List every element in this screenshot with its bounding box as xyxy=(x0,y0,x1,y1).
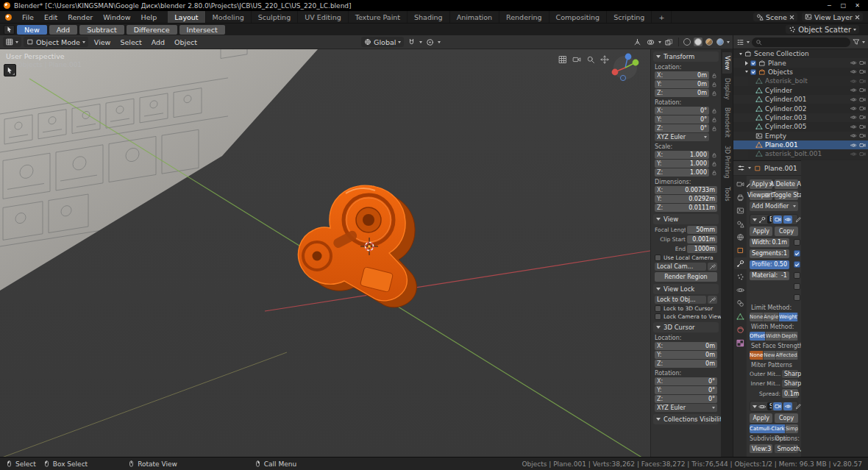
render-visibility-camera-icon[interactable] xyxy=(859,124,866,130)
bevel-apply-button[interactable]: Apply xyxy=(750,227,772,236)
cursor-rotation-y-field[interactable]: Y:0° xyxy=(655,386,717,394)
collection-exclude-checkbox[interactable] xyxy=(750,60,756,66)
cursor-location-x-field[interactable]: X:0m xyxy=(655,342,717,350)
menu-help[interactable]: Help xyxy=(136,11,163,23)
only-vertices-row[interactable]: Only Vertices xyxy=(794,239,801,246)
overlays-chevron-icon[interactable] xyxy=(658,41,661,43)
pan-view-icon[interactable] xyxy=(600,55,609,64)
clip-end-field[interactable]: 1000m xyxy=(687,245,717,253)
lock-icon[interactable] xyxy=(711,90,717,96)
tab-view-layer-properties[interactable] xyxy=(734,204,747,216)
add-workspace-button[interactable]: + xyxy=(652,11,672,23)
maximize-button[interactable]: □ xyxy=(836,0,850,11)
app-menu-button[interactable] xyxy=(0,11,17,23)
view-lock-panel-header[interactable]: View Lock xyxy=(653,284,719,294)
bevel-copy-button[interactable]: Copy xyxy=(775,227,797,236)
filter-chevron-icon[interactable] xyxy=(862,41,865,43)
render-visibility-camera-icon[interactable] xyxy=(859,96,866,103)
menu-window[interactable]: Window xyxy=(98,11,135,23)
editor-type-button[interactable] xyxy=(3,37,21,47)
render-visibility-camera-icon[interactable] xyxy=(859,142,866,149)
outliner-search-input[interactable] xyxy=(752,38,850,47)
tab-constraint-properties[interactable] xyxy=(734,297,747,309)
proportional-edit-toggle[interactable] xyxy=(424,37,435,47)
workspace-tab-rendering[interactable]: Rendering xyxy=(499,11,549,23)
scale-z-field[interactable]: Z:1.000 xyxy=(655,168,709,177)
lock-to-3d-cursor-checkbox[interactable] xyxy=(655,305,661,312)
dimensions-x-field[interactable]: X:0.00733m xyxy=(655,186,717,194)
limit-none-button[interactable]: None xyxy=(750,313,764,321)
tab-output-properties[interactable] xyxy=(734,191,747,203)
width-width-button[interactable]: Width xyxy=(766,332,781,341)
camera-view-icon[interactable] xyxy=(572,55,581,64)
render-visibility-camera-icon[interactable] xyxy=(859,151,866,157)
transform-orientation-dropdown[interactable]: Global xyxy=(361,37,404,47)
outliner-row-scene-collection[interactable]: Scene Collection xyxy=(733,49,868,58)
outliner-row-asterisk-bolt[interactable]: Asterisk_bolt xyxy=(733,76,868,85)
render-visibility-camera-icon[interactable] xyxy=(859,68,866,75)
view-panel-header[interactable]: View xyxy=(653,214,719,224)
rotation-y-field[interactable]: Y:0° xyxy=(655,115,709,124)
sidebar-tab-blenderkit[interactable]: Blenderkit xyxy=(722,104,732,141)
inner-miter-dropdown[interactable]: Sharp xyxy=(782,380,798,388)
bevel-material-field[interactable]: Material:-1 xyxy=(750,271,789,280)
workspace-tab-sculpting[interactable]: Sculpting xyxy=(252,11,298,23)
filter-funnel-icon[interactable] xyxy=(853,38,860,46)
eyedropper-icon[interactable] xyxy=(708,263,717,271)
outliner-row-plane-collection[interactable]: Plane xyxy=(733,58,868,67)
workspace-tab-texture-paint[interactable]: Texture Paint xyxy=(349,11,408,23)
shading-wireframe-button[interactable] xyxy=(683,38,691,46)
boolean-add-button[interactable]: Add xyxy=(49,25,77,35)
hide-eye-icon[interactable] xyxy=(850,132,857,139)
object-scatter-tool[interactable]: Object Scatter xyxy=(786,25,859,34)
outliner-row-plane-001[interactable]: Plane.001 xyxy=(733,140,868,149)
lock-to-3d-cursor-row[interactable]: Lock to 3D Cursor xyxy=(655,305,717,312)
show-overlays-toggle[interactable] xyxy=(645,37,656,47)
active-tool-button[interactable] xyxy=(4,25,15,35)
hide-eye-icon[interactable] xyxy=(850,114,857,121)
tab-physics-properties[interactable] xyxy=(734,284,747,296)
select-box-tool-button[interactable] xyxy=(4,64,16,76)
rotation-x-field[interactable]: X:0° xyxy=(655,107,709,115)
outliner-row-objects-collection[interactable]: Objects xyxy=(733,68,868,76)
model-plane-001[interactable] xyxy=(298,185,416,307)
tab-object-data-properties[interactable] xyxy=(734,310,747,322)
render-visibility-camera-icon[interactable] xyxy=(859,78,866,85)
menu-render[interactable]: Render xyxy=(63,11,98,23)
lock-icon[interactable] xyxy=(711,82,717,88)
hide-eye-icon[interactable] xyxy=(850,105,857,112)
tab-scene-properties[interactable] xyxy=(734,218,747,229)
show-gizmo-toggle[interactable] xyxy=(632,37,643,47)
tab-particle-properties[interactable] xyxy=(734,271,747,282)
tab-object-properties[interactable] xyxy=(734,244,747,256)
snap-settings-chevron-icon[interactable] xyxy=(419,41,422,43)
mark-seams-row[interactable]: Mark Seams xyxy=(794,272,801,279)
scale-y-field[interactable]: Y:1.000 xyxy=(655,160,709,168)
add-modifier-dropdown[interactable]: Add Modifier xyxy=(750,202,798,211)
toggle-stack-button[interactable]: Toggle Stack xyxy=(775,191,797,200)
bevel-segments-field[interactable]: Segments:1 xyxy=(750,249,789,258)
mode-dropdown[interactable]: Object Mode xyxy=(24,37,88,47)
workspace-tab-scripting[interactable]: Scripting xyxy=(607,11,652,23)
render-region-button[interactable]: Render Region xyxy=(655,272,717,282)
lock-icon[interactable] xyxy=(711,126,717,132)
collapse-triangle-icon[interactable] xyxy=(753,405,757,408)
lock-icon[interactable] xyxy=(711,108,717,114)
outliner-row-cylinder-001[interactable]: Cylinder.001 xyxy=(733,95,868,104)
shading-rendered-button[interactable] xyxy=(716,38,725,46)
use-local-camera-row[interactable]: Use Local Camera xyxy=(655,254,717,261)
clamp-overlap-row[interactable]: Clamp Overlap xyxy=(794,250,801,257)
mark-sharp-row[interactable]: Mark Sharp xyxy=(794,283,801,290)
outliner-row-cylinder-005[interactable]: Cylinder.005 xyxy=(733,122,868,131)
snap-magnet-toggle[interactable] xyxy=(406,37,417,47)
render-visibility-camera-icon[interactable] xyxy=(859,114,866,121)
menu-edit[interactable]: Edit xyxy=(39,11,63,23)
render-visibility-camera-icon[interactable] xyxy=(859,87,866,93)
lock-icon[interactable] xyxy=(711,73,717,79)
modifier-editmode-toggle[interactable] xyxy=(794,402,801,410)
collection-exclude-checkbox[interactable] xyxy=(750,69,756,75)
dimensions-y-field[interactable]: Y:0.0292m xyxy=(655,195,717,203)
modifier-name-field[interactable]: Bev xyxy=(767,216,772,224)
expand-triangle-icon[interactable] xyxy=(745,61,748,65)
view-layer-selector[interactable]: View Layer xyxy=(802,13,863,21)
